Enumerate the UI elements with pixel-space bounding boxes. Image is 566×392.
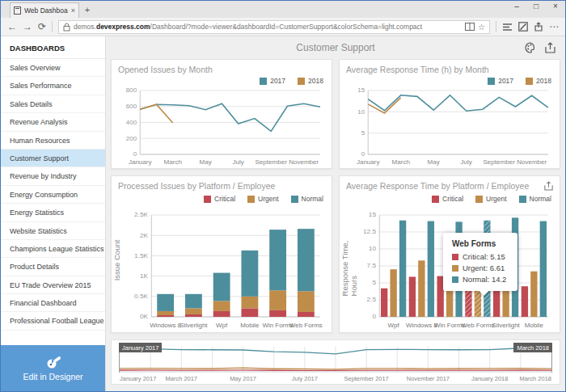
tooltip-row-normal: Normal: 14.2: [452, 275, 509, 284]
range-selector-chart[interactable]: January 2017March 2017May 2017July 2017S…: [119, 342, 552, 386]
panel-opened-issues: Opened Issues by Month 20172018 02004006…: [111, 59, 332, 169]
range-handle-start[interactable]: January 2017: [119, 343, 162, 352]
panel-export-icon[interactable]: [544, 181, 553, 191]
panel-title: Average Response Time by Platform / Empl…: [346, 181, 553, 191]
sidebar-item-sales-details[interactable]: Sales Details: [1, 95, 105, 113]
refresh-button[interactable]: ⟳: [38, 22, 46, 32]
tab-title: Web Dashboard - ASP.N: [24, 6, 68, 15]
svg-text:600: 600: [126, 103, 137, 110]
browser-nav-bar: ← → ⟳ demos.devexpress.com/Dashboard/?mo…: [1, 18, 565, 36]
sidebar-item-human-resources[interactable]: Human Resources: [1, 132, 105, 150]
sidebar-header: DASHBOARDS: [1, 36, 105, 59]
svg-text:July: July: [233, 158, 244, 166]
svg-text:2.5: 2.5: [367, 297, 377, 304]
reading-view-icon[interactable]: [465, 23, 475, 31]
dashboard-main: Customer Support Opened Issues by Month …: [106, 36, 565, 391]
panel-avg-response-platform: Average Response Time by Platform / Empl…: [339, 175, 560, 333]
avg-response-month-chart: 051015JanuaryMarchMayJulySeptemberNovemb…: [346, 84, 553, 166]
panel-title: Average Response Time (h) by Month: [346, 65, 553, 74]
share-icon[interactable]: [534, 22, 543, 32]
svg-text:15: 15: [369, 212, 377, 219]
back-button[interactable]: ←: [7, 22, 17, 32]
hub-icon[interactable]: [502, 23, 513, 32]
web-note-icon[interactable]: [518, 22, 528, 32]
sidebar-item-sales-performance[interactable]: Sales Performance: [1, 77, 105, 95]
sidebar-item-professional-football-league-overview[interactable]: Professional Football League Overview: [1, 312, 105, 330]
sidebar-item-sales-overview[interactable]: Sales Overview: [1, 59, 105, 77]
legend-item-urgent: Urgent: [247, 195, 279, 203]
svg-text:200: 200: [126, 135, 137, 142]
range-selector: January 2017 March 2018 January 2017Marc…: [111, 339, 560, 385]
opened-issues-chart: 0200400600800JanuaryMarchMayJulySeptembe…: [118, 84, 325, 166]
export-icon[interactable]: [545, 42, 555, 53]
y-axis-label: Issue Count: [112, 240, 121, 281]
url-text[interactable]: demos.devexpress.com/Dashboard/?mode=vie…: [74, 23, 462, 31]
dashboard-title: Customer Support: [296, 42, 374, 53]
new-tab-button[interactable]: +: [79, 2, 95, 18]
window-maximize-button[interactable]: □: [531, 2, 541, 11]
svg-text:2K: 2K: [140, 232, 149, 239]
favorite-star-icon[interactable]: ☆: [478, 23, 485, 32]
chart-legend: CriticalUrgentNormal: [204, 195, 323, 203]
svg-text:March 2018: March 2018: [520, 375, 551, 382]
sidebar-item-champions-league-statistics[interactable]: Champions League Statistics: [1, 240, 105, 258]
sidebar-item-financial-dashboard[interactable]: Financial Dashboard: [1, 294, 105, 312]
svg-text:7.5: 7.5: [367, 263, 377, 270]
sidebar-item-revenue-by-industry[interactable]: Revenue by Industry: [1, 167, 105, 185]
svg-text:March: March: [164, 158, 182, 166]
svg-text:January 2017: January 2017: [120, 375, 156, 382]
divider: [52, 21, 53, 32]
legend-item-normal: Normal: [519, 195, 551, 203]
divider: [496, 21, 496, 32]
sidebar-item-website-statistics[interactable]: Website Statistics: [1, 222, 105, 240]
svg-text:0K: 0K: [140, 314, 149, 321]
sidebar-item-customer-support[interactable]: Customer Support: [1, 150, 105, 167]
browser-tab[interactable]: Web Dashboard - ASP.N ×: [10, 2, 79, 18]
svg-text:January: January: [357, 158, 380, 166]
browser-tab-bar: Web Dashboard - ASP.N × + – □ ×: [1, 1, 565, 18]
designer-icon: [45, 356, 61, 369]
edit-in-designer-button[interactable]: Edit in Designer: [1, 345, 105, 391]
window-close-button[interactable]: ×: [551, 2, 560, 11]
svg-text:January 2018: January 2018: [471, 375, 508, 382]
svg-text:12.5: 12.5: [363, 229, 377, 236]
svg-text:November 2017: November 2017: [407, 375, 450, 382]
legend-item-critical: Critical: [204, 195, 235, 203]
palette-icon[interactable]: [525, 42, 536, 53]
sidebar-item-energy-consumption[interactable]: Energy Consumption: [1, 186, 105, 204]
svg-text:Silverlight: Silverlight: [180, 322, 208, 329]
edit-in-designer-label: Edit in Designer: [23, 372, 82, 381]
page-favicon-icon: [14, 6, 21, 15]
svg-text:March: March: [392, 158, 410, 166]
svg-text:0: 0: [361, 151, 365, 158]
dashboards-sidebar: DASHBOARDS Sales OverviewSales Performan…: [1, 36, 106, 391]
svg-text:November: November: [517, 158, 547, 166]
tab-close-icon[interactable]: ×: [71, 6, 75, 15]
address-bar[interactable]: demos.devexpress.com/Dashboard/?mode=vie…: [58, 20, 490, 34]
tooltip-row-urgent: Urgent: 6.61: [452, 263, 509, 272]
panel-processed-issues: Processed Issues by Platform / Employee …: [111, 175, 332, 333]
svg-text:0.5K: 0.5K: [134, 293, 149, 300]
sidebar-item-energy-statistics[interactable]: Energy Statistics: [1, 204, 105, 221]
svg-text:Windows 8: Windows 8: [150, 322, 181, 329]
svg-text:Mobile: Mobile: [525, 322, 543, 329]
svg-text:September: September: [256, 158, 288, 166]
svg-text:March 2017: March 2017: [166, 375, 197, 382]
sidebar-list: Sales OverviewSales PerformanceSales Det…: [1, 59, 105, 331]
svg-text:400: 400: [126, 119, 137, 126]
sidebar-item-product-details[interactable]: Product Details: [1, 258, 105, 276]
range-handle-end[interactable]: March 2018: [513, 343, 552, 352]
svg-text:800: 800: [126, 87, 137, 95]
sidebar-item-eu-trade-overview-2015[interactable]: EU Trade Overview 2015: [1, 276, 105, 294]
svg-text:September 2017: September 2017: [344, 375, 388, 382]
more-options-button[interactable]: ⋯: [549, 22, 559, 32]
svg-text:May 2017: May 2017: [230, 375, 256, 382]
sidebar-item-revenue-analysis[interactable]: Revenue Analysis: [1, 113, 105, 131]
forward-button[interactable]: →: [23, 22, 32, 32]
legend-item-normal: Normal: [291, 195, 323, 203]
svg-text:Web Forms: Web Forms: [462, 322, 495, 329]
svg-text:November: November: [289, 158, 319, 166]
svg-text:Mobile: Mobile: [240, 322, 259, 329]
window-minimize-button[interactable]: –: [512, 2, 522, 11]
panel-title: Processed Issues by Platform / Employee: [118, 181, 325, 191]
